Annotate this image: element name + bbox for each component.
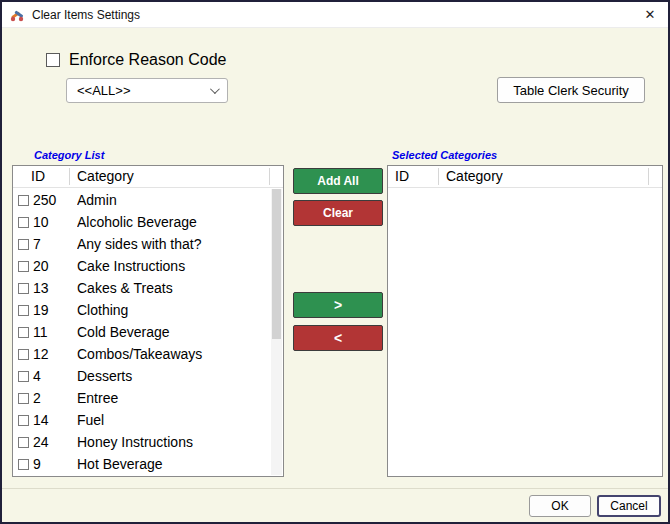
row-category: Admin bbox=[77, 192, 270, 208]
vertical-scrollbar[interactable] bbox=[271, 189, 282, 475]
row-checkbox[interactable] bbox=[18, 371, 29, 382]
row-id: 4 bbox=[33, 368, 77, 384]
cancel-button[interactable]: Cancel bbox=[597, 495, 661, 517]
selected-categories-header: ID Category bbox=[388, 166, 662, 188]
row-category: Clothing bbox=[77, 302, 270, 318]
row-id: 10 bbox=[33, 214, 77, 230]
column-divider bbox=[648, 168, 649, 185]
footer-divider bbox=[2, 488, 668, 489]
table-row[interactable]: 11Cold Beverage bbox=[13, 321, 270, 343]
row-checkbox[interactable] bbox=[18, 437, 29, 448]
row-checkbox[interactable] bbox=[18, 261, 29, 272]
enforce-reason-code-label: Enforce Reason Code bbox=[69, 51, 226, 69]
column-header-category[interactable]: Category bbox=[446, 168, 503, 184]
clear-items-settings-dialog: Clear Items Settings ✕ Enforce Reason Co… bbox=[0, 0, 670, 524]
row-checkbox[interactable] bbox=[18, 195, 29, 206]
row-checkbox[interactable] bbox=[18, 239, 29, 250]
column-divider bbox=[438, 168, 439, 185]
close-icon[interactable]: ✕ bbox=[632, 2, 668, 27]
row-id: 250 bbox=[33, 192, 77, 208]
table-row[interactable]: 4Desserts bbox=[13, 365, 270, 387]
row-id: 11 bbox=[33, 324, 77, 340]
table-row[interactable]: 250Admin bbox=[13, 189, 270, 211]
clear-button[interactable]: Clear bbox=[293, 200, 383, 226]
row-checkbox[interactable] bbox=[18, 459, 29, 470]
row-id: 20 bbox=[33, 258, 77, 274]
column-header-id[interactable]: ID bbox=[31, 168, 45, 184]
row-checkbox[interactable] bbox=[18, 305, 29, 316]
table-clerk-security-label: Table Clerk Security bbox=[513, 83, 629, 98]
table-row[interactable]: 7Any sides with that? bbox=[13, 233, 270, 255]
table-row[interactable]: 14Fuel bbox=[13, 409, 270, 431]
column-header-id[interactable]: ID bbox=[395, 168, 409, 184]
category-list-label: Category List bbox=[34, 149, 104, 161]
move-left-button[interactable]: < bbox=[293, 325, 383, 351]
table-row[interactable]: 13Cakes & Treats bbox=[13, 277, 270, 299]
enforce-reason-code-checkbox[interactable]: Enforce Reason Code bbox=[46, 51, 226, 69]
row-category: Hot Beverage bbox=[77, 456, 270, 472]
category-list: ID Category 250Admin 10Alcoholic Beverag… bbox=[12, 165, 284, 477]
chevron-down-icon bbox=[210, 84, 220, 94]
column-header-category[interactable]: Category bbox=[77, 168, 134, 184]
row-category: Alcoholic Beverage bbox=[77, 214, 270, 230]
row-category: Any sides with that? bbox=[77, 236, 270, 252]
ok-button[interactable]: OK bbox=[529, 495, 591, 517]
move-right-button[interactable]: > bbox=[293, 292, 383, 318]
table-row[interactable]: 9Hot Beverage bbox=[13, 453, 270, 475]
app-icon bbox=[9, 7, 25, 23]
table-row[interactable]: 20Cake Instructions bbox=[13, 255, 270, 277]
column-divider bbox=[269, 168, 270, 185]
row-id: 7 bbox=[33, 236, 77, 252]
add-all-button[interactable]: Add All bbox=[293, 168, 383, 194]
row-id: 2 bbox=[33, 390, 77, 406]
row-checkbox[interactable] bbox=[18, 349, 29, 360]
row-id: 24 bbox=[33, 434, 77, 450]
selected-categories-list: ID Category bbox=[387, 165, 663, 477]
row-checkbox[interactable] bbox=[18, 415, 29, 426]
reason-code-dropdown[interactable]: <<ALL>> bbox=[66, 78, 228, 103]
dropdown-value: <<ALL>> bbox=[77, 83, 131, 98]
table-row[interactable]: 12Combos/Takeaways bbox=[13, 343, 270, 365]
table-row[interactable]: 10Alcoholic Beverage bbox=[13, 211, 270, 233]
row-checkbox[interactable] bbox=[18, 393, 29, 404]
row-category: Honey Instructions bbox=[77, 434, 270, 450]
row-checkbox[interactable] bbox=[18, 217, 29, 228]
row-id: 19 bbox=[33, 302, 77, 318]
table-row[interactable]: 19Clothing bbox=[13, 299, 270, 321]
window-title: Clear Items Settings bbox=[32, 8, 140, 22]
row-category: Cake Instructions bbox=[77, 258, 270, 274]
selected-categories-label: Selected Categories bbox=[392, 149, 497, 161]
row-id: 12 bbox=[33, 346, 77, 362]
table-row[interactable]: 24Honey Instructions bbox=[13, 431, 270, 453]
titlebar: Clear Items Settings ✕ bbox=[2, 2, 668, 28]
row-category: Fuel bbox=[77, 412, 270, 428]
scrollbar-thumb[interactable] bbox=[272, 189, 281, 339]
table-row[interactable]: 2Entree bbox=[13, 387, 270, 409]
row-id: 13 bbox=[33, 280, 77, 296]
row-checkbox[interactable] bbox=[18, 327, 29, 338]
row-category: Cakes & Treats bbox=[77, 280, 270, 296]
category-list-header: ID Category bbox=[13, 166, 283, 188]
column-divider bbox=[69, 168, 70, 185]
row-category: Desserts bbox=[77, 368, 270, 384]
row-checkbox[interactable] bbox=[18, 283, 29, 294]
row-id: 9 bbox=[33, 456, 77, 472]
row-category: Combos/Takeaways bbox=[77, 346, 270, 362]
category-rows: 250Admin 10Alcoholic Beverage 7Any sides… bbox=[13, 189, 270, 475]
row-id: 14 bbox=[33, 412, 77, 428]
table-clerk-security-button[interactable]: Table Clerk Security bbox=[497, 77, 645, 103]
row-category: Cold Beverage bbox=[77, 324, 270, 340]
checkbox-box bbox=[46, 53, 60, 67]
row-category: Entree bbox=[77, 390, 270, 406]
